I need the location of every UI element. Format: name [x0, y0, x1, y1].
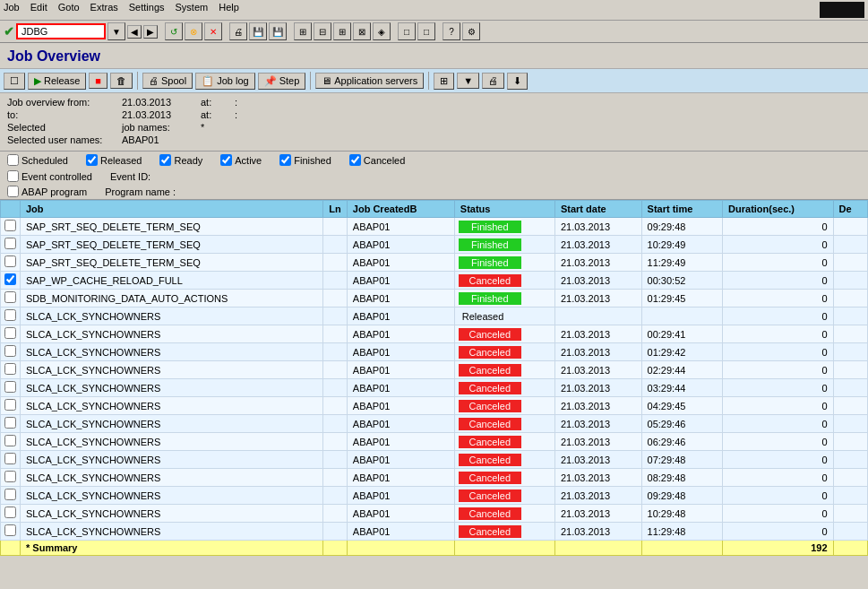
menu-extras[interactable]: Extras: [90, 2, 118, 18]
row-checkbox[interactable]: [4, 291, 16, 303]
row-checkbox[interactable]: [4, 381, 16, 393]
table-row[interactable]: SLCA_LCK_SYNCHOWNERS ABAP01 Canceled 21.…: [1, 487, 868, 505]
icon-d[interactable]: ⊠: [353, 22, 371, 40]
refresh-btn[interactable]: ↺: [165, 22, 183, 40]
td-check[interactable]: [1, 469, 21, 487]
table-row[interactable]: SLCA_LCK_SYNCHOWNERS ABAP01 Canceled 21.…: [1, 433, 868, 451]
th-duration[interactable]: Duration(sec.): [723, 201, 833, 218]
help-btn[interactable]: ?: [443, 22, 460, 40]
table-row[interactable]: SAP_SRT_SEQ_DELETE_TERM_SEQ ABAP01 Finis…: [1, 236, 868, 254]
td-check[interactable]: [1, 218, 21, 236]
menu-settings[interactable]: Settings: [129, 2, 165, 18]
table-row[interactable]: SLCA_LCK_SYNCHOWNERS ABAP01 Canceled 21.…: [1, 415, 868, 433]
td-check[interactable]: [1, 415, 21, 433]
cb-active[interactable]: Active: [220, 154, 262, 166]
table-row[interactable]: SAP_SRT_SEQ_DELETE_TERM_SEQ ABAP01 Finis…: [1, 254, 868, 272]
delete-btn[interactable]: 🗑: [110, 73, 133, 89]
td-check[interactable]: [1, 272, 21, 290]
cb-event[interactable]: Event controlled: [7, 170, 92, 182]
td-check[interactable]: [1, 451, 21, 469]
cb-abap-input[interactable]: [7, 186, 19, 197]
toolbar-checkbox-btn[interactable]: ☐: [4, 73, 25, 90]
ok-icon[interactable]: ✔: [4, 24, 14, 39]
release-btn[interactable]: ▶ Release: [28, 73, 86, 90]
td-check[interactable]: [1, 236, 21, 254]
print-btn[interactable]: 🖨: [229, 22, 247, 40]
td-check[interactable]: [1, 397, 21, 415]
table-row[interactable]: SLCA_LCK_SYNCHOWNERS ABAP01 Canceled 21.…: [1, 343, 868, 361]
table-row[interactable]: SLCA_LCK_SYNCHOWNERS ABAP01 Canceled 21.…: [1, 505, 868, 523]
cb-scheduled-input[interactable]: [7, 154, 19, 166]
step-btn[interactable]: 📌 Step: [258, 73, 306, 90]
cb-event-input[interactable]: [7, 170, 19, 182]
menu-help[interactable]: Help: [219, 2, 239, 18]
menu-job[interactable]: Job: [4, 2, 20, 18]
row-checkbox[interactable]: [4, 489, 16, 500]
row-checkbox[interactable]: [4, 524, 16, 536]
row-checkbox[interactable]: [4, 256, 16, 267]
icon-f[interactable]: □: [398, 22, 416, 40]
th-created[interactable]: Job CreatedB: [347, 201, 454, 218]
app-servers-btn[interactable]: 🖥 Application servers: [315, 73, 424, 89]
table-row[interactable]: SLCA_LCK_SYNCHOWNERS ABAP01 Canceled 21.…: [1, 379, 868, 397]
row-checkbox[interactable]: [4, 345, 16, 357]
cancel-btn[interactable]: ✕: [204, 22, 222, 40]
nav-next-btn[interactable]: ▶: [143, 25, 158, 39]
cb-finished[interactable]: Finished: [279, 154, 331, 166]
cb-released[interactable]: Released: [86, 154, 142, 166]
row-checkbox[interactable]: [4, 471, 16, 482]
cb-released-input[interactable]: [86, 154, 98, 166]
cb-ready[interactable]: Ready: [159, 154, 202, 166]
icon-c[interactable]: ⊞: [333, 22, 351, 40]
th-status[interactable]: Status: [454, 201, 554, 218]
row-checkbox[interactable]: [4, 309, 16, 321]
nav-prev-btn[interactable]: ◀: [127, 25, 142, 39]
icon-g[interactable]: □: [417, 22, 435, 40]
stop-btn[interactable]: ⊗: [185, 22, 202, 40]
table-row[interactable]: SAP_WP_CACHE_RELOAD_FULL ABAP01 Canceled…: [1, 272, 868, 290]
td-check[interactable]: [1, 361, 21, 379]
td-check[interactable]: [1, 290, 21, 307]
td-check[interactable]: [1, 343, 21, 361]
table-row[interactable]: SDB_MONITORING_DATA_AUTO_ACTIONS ABAP01 …: [1, 290, 868, 307]
cb-ready-input[interactable]: [159, 154, 171, 166]
menu-edit[interactable]: Edit: [30, 2, 47, 18]
icon-b[interactable]: ⊟: [314, 22, 331, 40]
table-row[interactable]: SLCA_LCK_SYNCHOWNERS ABAP01 Canceled 21.…: [1, 397, 868, 415]
table-row[interactable]: SLCA_LCK_SYNCHOWNERS ABAP01 Canceled 21.…: [1, 451, 868, 469]
menu-system[interactable]: System: [176, 2, 209, 18]
td-check[interactable]: [1, 505, 21, 523]
row-checkbox[interactable]: [4, 507, 16, 518]
td-check[interactable]: [1, 433, 21, 451]
job-log-btn[interactable]: 📋 Job log: [195, 73, 254, 90]
table-row[interactable]: SLCA_LCK_SYNCHOWNERS ABAP01 Canceled 21.…: [1, 361, 868, 379]
cb-canceled-input[interactable]: [349, 154, 361, 166]
td-check[interactable]: [1, 487, 21, 505]
print2-btn[interactable]: 🖨: [482, 73, 504, 89]
transaction-input[interactable]: [16, 23, 106, 39]
table-row[interactable]: SAP_SRT_SEQ_DELETE_TERM_SEQ ABAP01 Finis…: [1, 218, 868, 236]
td-check[interactable]: [1, 523, 21, 541]
save-btn[interactable]: 💾: [249, 22, 267, 40]
td-check[interactable]: [1, 325, 21, 343]
cb-canceled[interactable]: Canceled: [349, 154, 405, 166]
export-btn[interactable]: ⬇: [507, 73, 528, 90]
th-de[interactable]: De: [833, 201, 867, 218]
row-checkbox[interactable]: [4, 363, 16, 375]
history-dropdown-btn[interactable]: ▼: [107, 22, 125, 40]
grid-btn[interactable]: ⊞: [434, 73, 454, 90]
row-checkbox[interactable]: [4, 327, 16, 339]
table-row[interactable]: SLCA_LCK_SYNCHOWNERS ABAP01 Canceled 21.…: [1, 469, 868, 487]
row-checkbox[interactable]: [4, 273, 16, 285]
cb-scheduled[interactable]: Scheduled: [7, 154, 68, 166]
cb-finished-input[interactable]: [279, 154, 291, 166]
row-checkbox[interactable]: [4, 238, 16, 249]
row-checkbox[interactable]: [4, 435, 16, 446]
td-check[interactable]: [1, 307, 21, 325]
row-checkbox[interactable]: [4, 220, 16, 231]
table-row[interactable]: SLCA_LCK_SYNCHOWNERS ABAP01 Released 0: [1, 307, 868, 325]
row-checkbox[interactable]: [4, 399, 16, 411]
settings-btn[interactable]: ⚙: [462, 22, 480, 40]
td-check[interactable]: [1, 254, 21, 272]
cb-active-input[interactable]: [220, 154, 232, 166]
